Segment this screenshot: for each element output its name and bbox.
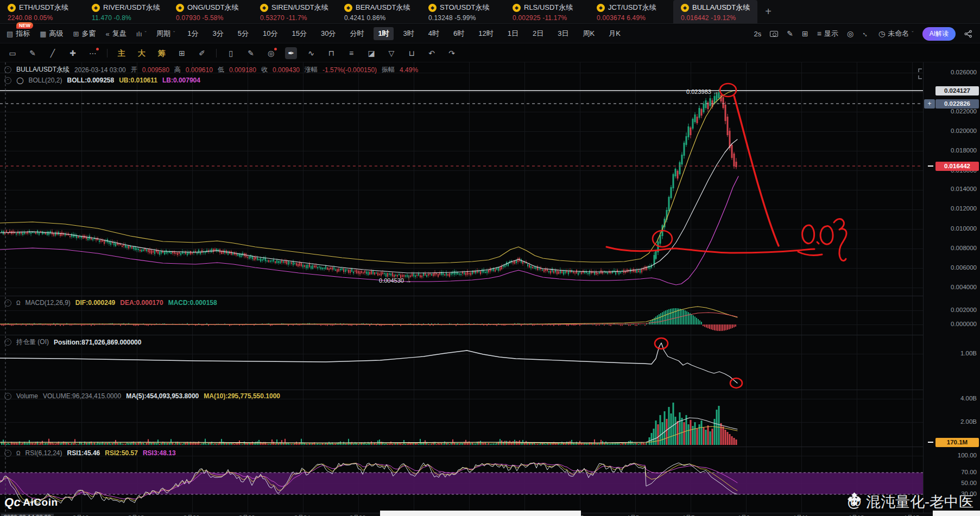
edit-pen-icon[interactable]: ✎ xyxy=(787,29,793,38)
info-segment: 4.49% xyxy=(400,66,418,74)
filter-tool[interactable]: ▽ xyxy=(385,47,397,59)
timeframe-15分[interactable]: 15分 xyxy=(287,27,311,40)
pen-tool[interactable]: ✒ xyxy=(285,47,297,59)
camera-icon[interactable] xyxy=(770,31,778,37)
timeframe-6时[interactable]: 6时 xyxy=(449,27,469,40)
ticker-tab[interactable]: ◆BULLA/USDT永续0.016442 -19.12% xyxy=(673,0,757,23)
collapse-chevron-icon[interactable]: ˇ xyxy=(4,393,11,400)
ticker-tab[interactable]: ◆ONG/USDT永续0.07930 -5.58% xyxy=(168,0,252,23)
large-chart-btn[interactable]: 大 xyxy=(136,47,148,59)
toolbar-item-replay[interactable]: «复盘 xyxy=(106,29,127,39)
tab-title: ◆STO/USDT永续 xyxy=(428,3,505,12)
tab-symbol: BULLA/USDT永续 xyxy=(692,3,750,12)
axis-label: 4.00B xyxy=(960,395,977,402)
toolbar-item-label: 复盘 xyxy=(112,29,127,39)
timeframe-周K[interactable]: 周K xyxy=(578,27,599,40)
ticker-tab[interactable]: ◆RIVER/USDT永续11.470 -0.8% xyxy=(84,0,168,23)
timeframe-3分[interactable]: 3分 xyxy=(208,27,228,40)
scribble-0.07 xyxy=(802,225,814,244)
timeframe-1日[interactable]: 1日 xyxy=(503,27,523,40)
timeframe-12时[interactable]: 12时 xyxy=(474,27,497,40)
tab-title: ◆ONG/USDT永续 xyxy=(176,3,252,12)
ticker-tab[interactable]: ◆BERA/USDT永续0.4241 0.86% xyxy=(337,0,421,23)
tab-title: ◆BULLA/USDT永续 xyxy=(681,3,757,12)
alert-bell-icon[interactable]: Ω xyxy=(16,300,20,306)
toolbar-item-period[interactable]: 周期ˇ xyxy=(156,29,175,39)
collapse-chevron-icon[interactable]: ˇ xyxy=(4,77,11,84)
chart-area[interactable]: 0.023983 →0.004530 → ˇBULLA/USDT永续2026-0… xyxy=(0,62,980,516)
share-icon[interactable] xyxy=(964,30,972,38)
rect-tool[interactable]: ▭ xyxy=(7,47,18,59)
phone-tool[interactable]: ▯ xyxy=(225,47,237,59)
chip-btn[interactable]: 筹 xyxy=(156,47,168,59)
collapse-chevron-icon[interactable]: ˇ xyxy=(4,450,11,457)
timeframe-3时[interactable]: 3时 xyxy=(399,27,419,40)
toolbar-item-advanced[interactable]: ▦高级 xyxy=(40,29,63,39)
axis-label: 0.012000 xyxy=(951,205,977,212)
display-menu[interactable]: ≡显示 xyxy=(817,29,838,39)
expand-icon[interactable]: ↔ xyxy=(860,28,871,39)
main-chart-btn[interactable]: 主 xyxy=(116,47,128,59)
redo-btn[interactable]: ↷ xyxy=(446,47,458,59)
axis-label: 70.00 xyxy=(961,469,977,475)
rsi-label-row: ˇΩRSI(6,12,24)RSI1:45.46RSI2:50.57RSI3:4… xyxy=(4,449,176,457)
add-tab-button[interactable]: + xyxy=(757,0,779,23)
rsi-band xyxy=(0,473,923,494)
target-tool[interactable]: ◎ xyxy=(265,47,277,59)
ticker-tab[interactable]: ◆SIREN/USDT永续0.53270 -11.7% xyxy=(252,0,337,23)
ticker-tab[interactable]: ◆ETH/USDT永续2240.08 0.05% xyxy=(0,0,84,23)
price-axis[interactable]: + 0.0260000.0220000.0200000.0180000.0160… xyxy=(923,62,980,513)
toolbar-item-indicator[interactable]: ▤指标NEW xyxy=(7,29,30,39)
timeframe-1时[interactable]: 1时 xyxy=(374,27,393,40)
timeframe-10分[interactable]: 10分 xyxy=(258,27,282,40)
alert-bell-icon[interactable]: Ω xyxy=(16,450,20,456)
collapse-chevron-icon[interactable]: ˇ xyxy=(4,66,11,73)
collapse-chevron-icon[interactable]: ˇ xyxy=(4,300,11,307)
pen-small-tool[interactable]: ✐ xyxy=(196,47,208,59)
edit-box-tool[interactable]: ⊞ xyxy=(176,47,188,59)
collapse-chevron-icon[interactable]: ˇ xyxy=(4,339,11,346)
volume-label-row: ˇVolumeVOLUME:96,234,415.0000MA(5):454,0… xyxy=(4,392,280,400)
timeframe-1分[interactable]: 1分 xyxy=(183,27,203,40)
ticker-tab[interactable]: ◆RLS/USDT永续0.002925 -11.17% xyxy=(505,0,589,23)
chart-plot[interactable]: 0.023983 →0.004530 → xyxy=(0,62,980,516)
cross-tool[interactable]: ✚ xyxy=(67,47,79,59)
boll-lines xyxy=(0,91,738,285)
trash-tool[interactable]: ⊔ xyxy=(406,47,418,59)
timeframe-3日[interactable]: 3日 xyxy=(553,27,573,40)
refresh-interval[interactable]: 2s xyxy=(754,30,762,38)
ai-interpret-button[interactable]: AI解读 xyxy=(922,27,956,41)
wave-tool[interactable]: ∿ xyxy=(305,47,317,59)
eraser-tool[interactable]: ◪ xyxy=(365,47,377,59)
replay-icon: « xyxy=(106,30,110,38)
timeframe-2日[interactable]: 2日 xyxy=(528,27,548,40)
layout-name-menu[interactable]: ◷未命名ˇ xyxy=(878,29,914,39)
tab-symbol: SIREN/USDT永续 xyxy=(271,3,328,12)
add-alert-button[interactable]: + xyxy=(924,99,935,109)
tab-quote: 0.53270 -11.7% xyxy=(260,14,337,22)
brush-tool[interactable]: ✎ xyxy=(27,47,39,59)
timeframe-月K[interactable]: 月K xyxy=(604,27,625,40)
time-label: 3月24 xyxy=(294,514,310,516)
more-dots-tool[interactable]: ⋯ xyxy=(87,47,99,59)
toolbar-item-volume-profile[interactable]: ıIıˇ xyxy=(136,30,147,38)
timeframe-4时[interactable]: 4时 xyxy=(424,27,444,40)
undo-btn[interactable]: ↶ xyxy=(426,47,438,59)
ticker-tab[interactable]: ◆STO/USDT永续0.13248 -5.99% xyxy=(421,0,505,23)
new-window-icon[interactable]: ⊞ xyxy=(802,29,808,38)
timeframe-5分[interactable]: 5分 xyxy=(233,27,253,40)
lock-tool[interactable]: ⊓ xyxy=(325,47,337,59)
ticker-tab[interactable]: ◆JCT/USDT永续0.003674 6.49% xyxy=(589,0,673,23)
note-tool[interactable]: ≡ xyxy=(345,47,357,59)
tab-symbol: ETH/USDT永续 xyxy=(19,3,68,12)
toolbar-item-multiwindow[interactable]: ⊞多窗 xyxy=(73,29,96,39)
coin-icon: ◆ xyxy=(428,4,437,12)
hand-drawn-annotations xyxy=(606,84,846,388)
info-segment: 开 xyxy=(131,65,137,74)
target-icon[interactable]: ◎ xyxy=(847,29,853,38)
ruler-pen-tool[interactable]: ✎ xyxy=(245,47,257,59)
trendline-tool[interactable]: ╱ xyxy=(47,47,59,59)
axis-label: 50.00 xyxy=(961,480,977,486)
timeframe-30分[interactable]: 30分 xyxy=(317,27,340,40)
timeframe-分时[interactable]: 分时 xyxy=(345,27,368,40)
